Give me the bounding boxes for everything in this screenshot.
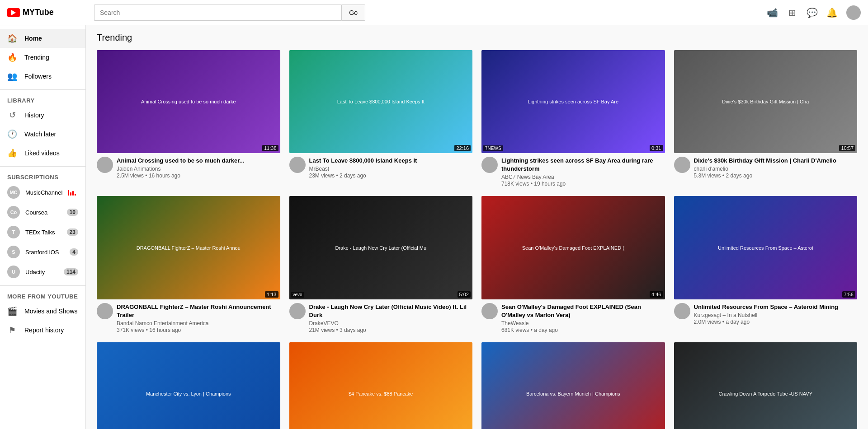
- sidebar-divider-2: [0, 166, 85, 167]
- history-icon: ↺: [7, 110, 17, 120]
- thumbnail: Barcelona vs. Bayern Munich | Champions1…: [481, 342, 665, 429]
- video-meta: 23M views • 2 days ago: [309, 173, 473, 179]
- channel-avatar: [97, 157, 113, 173]
- video-info: Drake - Laugh Now Cry Later (Official Mu…: [289, 303, 473, 333]
- sidebar-label-history: History: [24, 112, 44, 119]
- duration-badge: 1:13: [265, 291, 278, 298]
- thumbnail-label: Dixie's $30k Birthday Gift Mission | Cha: [674, 50, 858, 153]
- thumbnail-label: Unlimited Resources From Space – Asteroi: [674, 196, 858, 299]
- video-card[interactable]: Lightning strikes seen across SF Bay Are…: [481, 50, 665, 187]
- video-meta: 718K views • 19 hours ago: [501, 181, 665, 187]
- sidebar-item-followers[interactable]: 👥 Followers: [0, 67, 85, 86]
- header-icons: 📹 ⊞ 💬 🔔: [767, 5, 861, 20]
- video-card[interactable]: Unlimited Resources From Space – Asteroi…: [674, 196, 858, 333]
- video-details: Animal Crossing used to be so much darke…: [117, 157, 280, 179]
- duration-badge: 0:31: [650, 145, 663, 151]
- video-channel: ABC7 News Bay Area: [501, 174, 665, 180]
- video-title: Unlimited Resources From Space – Asteroi…: [694, 303, 858, 311]
- thumbnail-label: Lightning strikes seen across SF Bay Are: [481, 50, 665, 153]
- sidebar-item-udacity[interactable]: UUdacity114: [0, 262, 85, 282]
- trending-title: Trending: [97, 33, 857, 43]
- sidebar-label-movies: Movies and Shows: [24, 308, 78, 315]
- video-meta: 371K views • 16 hours ago: [117, 327, 280, 333]
- sidebar-label-home: Home: [24, 35, 42, 42]
- thumbnail-label: Animal Crossing used to be so much darke: [97, 50, 280, 153]
- sidebar-item-tedx-talks[interactable]: TTEDx Talks23: [0, 222, 85, 242]
- thumbnail: Last To Leave $800,000 Island Keeps It22…: [289, 50, 473, 153]
- video-channel: charli d'amelio: [694, 166, 858, 172]
- channel-avatar: [481, 157, 498, 173]
- sidebar-item-trending[interactable]: 🔥 Trending: [0, 48, 85, 67]
- sub-label: TEDx Talks: [25, 229, 55, 236]
- sidebar-item-report[interactable]: ⚑ Report history: [0, 321, 85, 340]
- sub-label: MusicChannel: [25, 189, 62, 196]
- video-card[interactable]: Manchester City vs. Lyon | Champions11:3…: [97, 342, 280, 429]
- search-bar: Go: [94, 5, 365, 21]
- video-card[interactable]: $4 Pancake vs. $88 Pancake17:55$4 Pancak…: [289, 342, 473, 429]
- sidebar-item-home[interactable]: 🏠 Home: [0, 29, 85, 48]
- video-title: Animal Crossing used to be so much darke…: [117, 157, 280, 165]
- thumbnail: Lightning strikes seen across SF Bay Are…: [481, 50, 665, 153]
- video-meta: 5.3M views • 2 days ago: [694, 173, 858, 179]
- video-card[interactable]: Animal Crossing used to be so much darke…: [97, 50, 280, 187]
- sidebar-item-movies[interactable]: 🎬 Movies and Shows: [0, 302, 85, 321]
- video-details: Drake - Laugh Now Cry Later (Official Mu…: [309, 303, 473, 333]
- sub-avatar: Co: [7, 206, 20, 219]
- sidebar-item-stanford-ios[interactable]: SStanford iOS4: [0, 242, 85, 262]
- video-card[interactable]: Sean O'Malley's Damaged Foot EXPLAINED (…: [481, 196, 665, 333]
- video-info: Dixie's $30k Birthday Gift Mission | Cha…: [674, 157, 858, 179]
- movies-icon: 🎬: [7, 306, 17, 316]
- video-grid: Animal Crossing used to be so much darke…: [97, 50, 857, 429]
- sidebar-item-coursea[interactable]: CoCoursea10: [0, 202, 85, 222]
- thumbnail-label: Sean O'Malley's Damaged Foot EXPLAINED (: [481, 196, 665, 299]
- video-card[interactable]: Dixie's $30k Birthday Gift Mission | Cha…: [674, 50, 858, 187]
- sub-badge: 10: [67, 209, 78, 216]
- camera-icon[interactable]: 📹: [767, 7, 778, 18]
- duration-badge: 4:46: [650, 291, 663, 298]
- channel-avatar: [289, 303, 306, 319]
- bell-icon[interactable]: 🔔: [826, 7, 837, 18]
- video-details: Unlimited Resources From Space – Asteroi…: [694, 303, 858, 325]
- thumbnail: Manchester City vs. Lyon | Champions11:3…: [97, 342, 280, 429]
- news-badge: 7NEWS: [483, 145, 503, 151]
- grid-icon[interactable]: ⊞: [787, 7, 797, 18]
- music-bars-icon: [68, 189, 76, 196]
- video-channel: Jaiden Animations: [117, 166, 280, 172]
- video-title: DRAGONBALL FighterZ – Master Roshi Annou…: [117, 303, 280, 319]
- duration-badge: 10:57: [839, 145, 855, 151]
- video-title: Dixie's $30k Birthday Gift Mission | Cha…: [694, 157, 858, 165]
- video-meta: 2.5M views • 16 hours ago: [117, 173, 280, 179]
- avatar[interactable]: [846, 5, 861, 20]
- search-input[interactable]: [94, 5, 341, 21]
- video-channel: MrBeast: [309, 166, 473, 172]
- sidebar-item-history[interactable]: ↺ History: [0, 106, 85, 125]
- thumbnail: Unlimited Resources From Space – Asteroi…: [674, 196, 858, 299]
- sidebar-item-music-channel[interactable]: MCMusicChannel: [0, 182, 85, 202]
- video-meta: 21M views • 3 days ago: [309, 327, 473, 333]
- sidebar-item-liked-videos[interactable]: 👍 Liked videos: [0, 144, 85, 163]
- channel-badge: vevo: [291, 292, 304, 298]
- thumbnail-label: $4 Pancake vs. $88 Pancake: [289, 342, 473, 429]
- video-card[interactable]: Crawling Down A Torpedo Tube -US NAVY20:…: [674, 342, 858, 429]
- search-button[interactable]: Go: [341, 5, 365, 21]
- sidebar-label-trending: Trending: [24, 54, 49, 61]
- sidebar-divider-1: [0, 89, 85, 90]
- video-info: Unlimited Resources From Space – Asteroi…: [674, 303, 858, 325]
- sidebar-divider-3: [0, 285, 85, 286]
- video-card[interactable]: DRAGONBALL FighterZ – Master Roshi Annou…: [97, 196, 280, 333]
- video-card[interactable]: Last To Leave $800,000 Island Keeps It22…: [289, 50, 473, 187]
- channel-avatar: [289, 157, 306, 173]
- header: MYTube Go 📹 ⊞ 💬 🔔: [0, 0, 868, 25]
- duration-badge: 11:38: [262, 145, 278, 151]
- trending-icon: 🔥: [7, 52, 17, 62]
- sidebar-item-watch-later[interactable]: 🕐 Watch later: [0, 125, 85, 144]
- video-card[interactable]: Barcelona vs. Bayern Munich | Champions1…: [481, 342, 665, 429]
- video-channel: Bandai Namco Entertainment America: [117, 320, 280, 326]
- sidebar: 🏠 Home 🔥 Trending 👥 Followers LIBRARY ↺ …: [0, 25, 86, 429]
- channel-avatar: [97, 303, 113, 319]
- video-card[interactable]: Drake - Laugh Now Cry Later (Official Mu…: [289, 196, 473, 333]
- thumbnail: $4 Pancake vs. $88 Pancake17:55: [289, 342, 473, 429]
- thumbnail-label: DRAGONBALL FighterZ – Master Roshi Annou: [97, 196, 280, 299]
- subscriptions-list: MCMusicChannelCoCoursea10TTEDx Talks23SS…: [0, 182, 85, 282]
- chat-icon[interactable]: 💬: [807, 7, 817, 18]
